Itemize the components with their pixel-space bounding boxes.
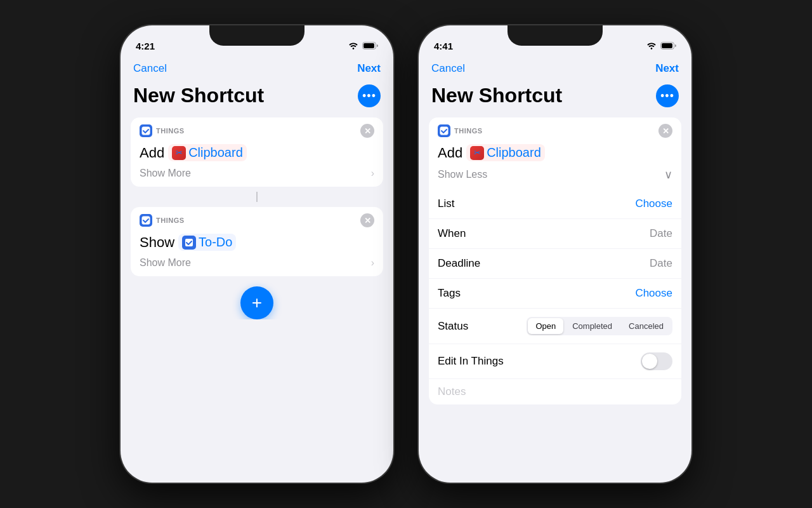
time-left: 4:21 [136,41,155,51]
action-card-1: THINGS ✕ Add ✂ Clipboard Show More › [131,117,383,187]
card-app-2: THINGS [140,214,185,227]
things-icon-2 [140,214,152,227]
close-button-1[interactable]: ✕ [360,124,374,138]
chevron-up-icon: ∨ [664,168,672,182]
status-canceled-button[interactable]: Canceled [621,318,671,334]
clipboard-badge-expanded: ✂ Clipboard [466,144,545,161]
page-header-right: New Shortcut ••• [419,81,691,117]
show-more-row-1[interactable]: Show More › [131,161,383,187]
add-icon: + [252,294,262,312]
card-app-expanded: THINGS [438,124,483,137]
when-value: Date [650,227,672,240]
deadline-label: Deadline [438,257,480,270]
clipboard-icon-expanded: ✂ [470,146,484,160]
show-less-label: Show Less [438,169,487,180]
when-row: When Date [429,219,681,249]
clipboard-label: Clipboard [188,145,243,160]
action-card-2: THINGS ✕ Show To-Do Show More [131,207,383,276]
checkbox-icon-1 [141,126,150,135]
list-label: List [438,197,454,210]
edit-in-things-label: Edit In Things [438,355,504,368]
cancel-button-left[interactable]: Cancel [133,62,167,75]
svg-rect-8 [662,43,672,48]
show-more-chevron-2: › [371,257,374,269]
show-more-label-2: Show More [140,257,191,269]
phone-right: 4:41 Cancel Next New Shortcut ••• [419,25,691,483]
status-bar-right: 4:41 [419,25,691,57]
svg-rect-2 [363,43,374,48]
nav-bar-right: Cancel Next [419,57,691,81]
tags-choose-button[interactable]: Choose [635,287,672,300]
show-less-row[interactable]: Show Less ∨ [429,161,681,189]
close-button-expanded[interactable]: ✕ [658,124,672,138]
card-header-1: THINGS ✕ [131,117,383,142]
wifi-icon-right [646,42,657,50]
action-card-expanded: THINGS ✕ Add ✂ Clipboard Show Less ∨ Lis… [429,117,681,404]
cancel-button-right[interactable]: Cancel [431,62,465,75]
next-button-left[interactable]: Next [357,62,381,75]
tags-row: Tags Choose [429,279,681,309]
checkbox-icon-expanded [440,126,449,135]
edit-in-things-row: Edit In Things [429,344,681,379]
tags-label: Tags [438,287,461,300]
todo-icon [182,236,196,250]
clipboard-badge: ✂ Clipboard [168,144,247,161]
show-more-label-1: Show More [140,168,191,179]
status-open-button[interactable]: Open [528,318,563,334]
status-completed-button[interactable]: Completed [565,318,620,334]
page-title-left: New Shortcut [133,84,264,107]
next-button-right[interactable]: Next [655,62,679,75]
status-label: Status [438,320,468,333]
status-icons-right [646,42,676,50]
show-more-row-2[interactable]: Show More › [131,251,383,276]
time-right: 4:41 [434,41,453,51]
action-verb-1: Add [140,145,164,161]
things-icon-1 [140,124,152,137]
card-app-1: THINGS [140,124,185,137]
status-bar-left: 4:21 [121,25,393,57]
battery-icon [362,42,378,50]
card-body-2: Show To-Do [131,231,383,251]
more-button-right[interactable]: ••• [656,84,679,107]
edit-in-things-toggle[interactable] [641,352,672,370]
action-verb-expanded: Add [438,145,462,161]
status-icons-left [348,42,378,50]
todo-label: To-Do [199,235,232,250]
toggle-thumb [642,354,657,369]
list-choose-button[interactable]: Choose [635,197,672,210]
svg-point-6 [651,48,653,50]
status-row: Status Open Completed Canceled [429,309,681,344]
svg-point-0 [353,48,355,50]
notes-placeholder[interactable]: Notes [429,379,681,404]
wifi-icon [348,42,358,50]
phone-left: 4:21 Cancel Next New Shortcut ••• [121,25,393,483]
page-header-left: New Shortcut ••• [121,81,393,117]
more-button-left[interactable]: ••• [358,84,381,107]
card-body-expanded: Add ✂ Clipboard [429,142,681,161]
status-segment: Open Completed Canceled [527,317,672,335]
things-icon-expanded [438,124,450,137]
list-row: List Choose [429,189,681,219]
nav-bar-left: Cancel Next [121,57,393,81]
checkbox-icon-2 [141,216,150,225]
connector-line [256,192,258,202]
when-label: When [438,227,466,240]
battery-icon-right [660,42,676,50]
content-area-right: THINGS ✕ Add ✂ Clipboard Show Less ∨ Lis… [419,117,691,410]
card-body-1: Add ✂ Clipboard [131,142,383,161]
content-area-left: THINGS ✕ Add ✂ Clipboard Show More › [121,117,393,319]
card-header-expanded: THINGS ✕ [429,117,681,142]
todo-check-icon [185,238,193,247]
card-header-2: THINGS ✕ [131,207,383,231]
app-label-1: THINGS [156,127,185,135]
deadline-value: Date [650,257,672,270]
add-action-button[interactable]: + [240,286,273,319]
action-verb-2: Show [140,234,174,251]
page-title-right: New Shortcut [431,84,562,107]
deadline-row: Deadline Date [429,249,681,279]
app-label-expanded: THINGS [454,127,483,135]
clipboard-icon: ✂ [172,146,186,160]
show-more-chevron-1: › [371,168,374,179]
close-button-2[interactable]: ✕ [360,213,374,227]
todo-badge: To-Do [178,234,236,251]
